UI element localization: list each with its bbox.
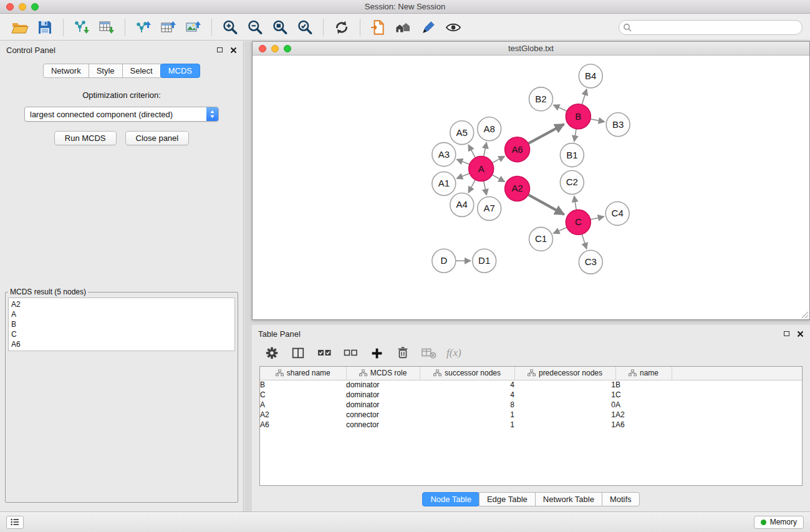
- table-cell[interactable]: B: [260, 380, 346, 390]
- network-canvas[interactable]: B4B2BB3A8A5A6B1A3AC2A1A2A4A7C4CC1C3DD1: [253, 56, 809, 319]
- result-item[interactable]: C: [11, 329, 232, 339]
- graph-edge-A-A2[interactable]: [492, 175, 504, 181]
- home-button[interactable]: [391, 16, 416, 39]
- graph-node-C4[interactable]: C4: [605, 201, 629, 225]
- graph-node-A4[interactable]: A4: [450, 193, 474, 216]
- table-cell[interactable]: A6: [260, 420, 346, 430]
- function-builder-button[interactable]: f(x): [446, 347, 461, 359]
- table-cell[interactable]: 4: [420, 380, 514, 390]
- tab-node-table[interactable]: Node Table: [422, 492, 480, 506]
- graph-edge-C-C3[interactable]: [582, 234, 586, 249]
- float-panel-icon[interactable]: [217, 47, 223, 52]
- graph-node-A5[interactable]: A5: [450, 121, 474, 145]
- table-cell[interactable]: 1: [514, 380, 615, 390]
- graph-node-A2[interactable]: A2: [505, 177, 530, 201]
- window-titlebar[interactable]: Session: New Session: [0, 0, 810, 14]
- table-cell[interactable]: 1: [514, 390, 615, 400]
- table-row[interactable]: Adominator80A: [260, 400, 802, 410]
- graph-node-A7[interactable]: A7: [478, 196, 501, 220]
- table-cell[interactable]: C: [615, 390, 672, 400]
- resize-grip[interactable]: [800, 310, 809, 319]
- graph-node-B[interactable]: B: [566, 104, 591, 129]
- table-cell[interactable]: A: [615, 400, 672, 410]
- graph-edge-A2-C[interactable]: [528, 195, 564, 215]
- table-cell[interactable]: dominator: [346, 400, 420, 410]
- table-cell[interactable]: 1: [420, 420, 514, 430]
- criterion-dropdown[interactable]: largest connected component (directed): [24, 107, 219, 122]
- graph-edge-A-A4[interactable]: [468, 180, 475, 193]
- table-cell[interactable]: A2: [615, 410, 672, 420]
- graph-node-A8[interactable]: A8: [478, 117, 501, 141]
- graph-node-C2[interactable]: C2: [560, 171, 584, 195]
- graph-edge-C-C2[interactable]: [574, 196, 577, 210]
- tab-edge-table[interactable]: Edge Table: [479, 492, 536, 506]
- column-header[interactable]: MCDS role: [346, 367, 420, 380]
- tab-mcds[interactable]: MCDS: [160, 64, 200, 78]
- select-all-columns-button[interactable]: [316, 344, 333, 362]
- tab-style[interactable]: Style: [89, 64, 123, 78]
- export-network-button[interactable]: [131, 16, 156, 39]
- table-cell[interactable]: A: [260, 400, 346, 410]
- create-column-button[interactable]: [368, 344, 385, 362]
- graph-edge-A-A8[interactable]: [484, 142, 487, 157]
- tab-motifs[interactable]: Motifs: [602, 492, 640, 506]
- tab-network-table[interactable]: Network Table: [535, 492, 602, 506]
- graph-node-B4[interactable]: B4: [579, 64, 602, 88]
- network-window-titlebar[interactable]: testGlobe.txt: [253, 42, 809, 56]
- import-network-button[interactable]: [69, 16, 94, 39]
- graph-node-C3[interactable]: C3: [579, 250, 602, 274]
- close-panel-button[interactable]: Close panel: [125, 131, 190, 145]
- apply-layout-button[interactable]: [329, 16, 354, 39]
- graph-node-A[interactable]: A: [469, 157, 494, 181]
- export-image-button[interactable]: [181, 16, 206, 39]
- table-row[interactable]: A2connector11A2: [260, 410, 802, 420]
- tab-network[interactable]: Network: [43, 64, 89, 78]
- deselect-all-columns-button[interactable]: [342, 344, 359, 362]
- table-cell[interactable]: B: [615, 380, 672, 390]
- show-columns-button[interactable]: [289, 344, 307, 362]
- graph-edge-C-C4[interactable]: [591, 216, 604, 220]
- table-cell[interactable]: 1: [514, 410, 615, 420]
- graph-edge-A-A3[interactable]: [456, 159, 470, 164]
- table-cell[interactable]: 8: [420, 400, 514, 410]
- table-cell[interactable]: dominator: [346, 380, 420, 390]
- graph-edge-A-A7[interactable]: [484, 181, 487, 195]
- graph-node-B2[interactable]: B2: [529, 87, 553, 111]
- table-row[interactable]: A6connector11A6: [260, 420, 802, 430]
- result-item[interactable]: A: [11, 309, 232, 319]
- table-row[interactable]: Cdominator41C: [260, 390, 802, 400]
- memory-button[interactable]: Memory: [754, 516, 804, 529]
- graph-node-A6[interactable]: A6: [505, 137, 530, 162]
- graph-node-D[interactable]: D: [432, 249, 456, 273]
- search-input[interactable]: [619, 20, 803, 35]
- result-item[interactable]: A6: [11, 339, 232, 349]
- table-cell[interactable]: A2: [260, 410, 346, 420]
- graph-edge-A-A6[interactable]: [492, 156, 504, 163]
- eye-button[interactable]: [441, 16, 466, 39]
- result-item[interactable]: B: [11, 319, 232, 329]
- file-transfer-button[interactable]: [366, 16, 391, 39]
- show-panels-button[interactable]: [6, 516, 24, 529]
- graph-edge-B-B3[interactable]: [591, 119, 605, 122]
- table-row[interactable]: Bdominator41B: [260, 380, 802, 390]
- table-cell[interactable]: C: [260, 390, 346, 400]
- graph-edge-A-A1[interactable]: [456, 173, 470, 178]
- open-session-button[interactable]: [7, 16, 32, 39]
- column-header[interactable]: name: [615, 367, 672, 380]
- graph-edge-B-B1[interactable]: [574, 128, 576, 141]
- delete-column-button[interactable]: [394, 344, 412, 362]
- table-cell[interactable]: connector: [346, 410, 420, 420]
- graph-edge-B-B4[interactable]: [582, 89, 587, 105]
- graph-node-C[interactable]: C: [566, 210, 591, 235]
- graph-edge-C-C1[interactable]: [553, 228, 567, 234]
- table-cell[interactable]: dominator: [346, 390, 420, 400]
- tab-select[interactable]: Select: [122, 64, 161, 78]
- zoom-selected-button[interactable]: [292, 16, 317, 39]
- graph-node-C1[interactable]: C1: [529, 227, 553, 251]
- export-table-button[interactable]: [156, 16, 181, 39]
- graph-node-B1[interactable]: B1: [560, 143, 584, 167]
- table-cell[interactable]: 4: [420, 390, 514, 400]
- table-cell[interactable]: 0: [514, 400, 615, 410]
- column-header[interactable]: predecessor nodes: [514, 367, 615, 380]
- graph-node-A1[interactable]: A1: [432, 172, 456, 196]
